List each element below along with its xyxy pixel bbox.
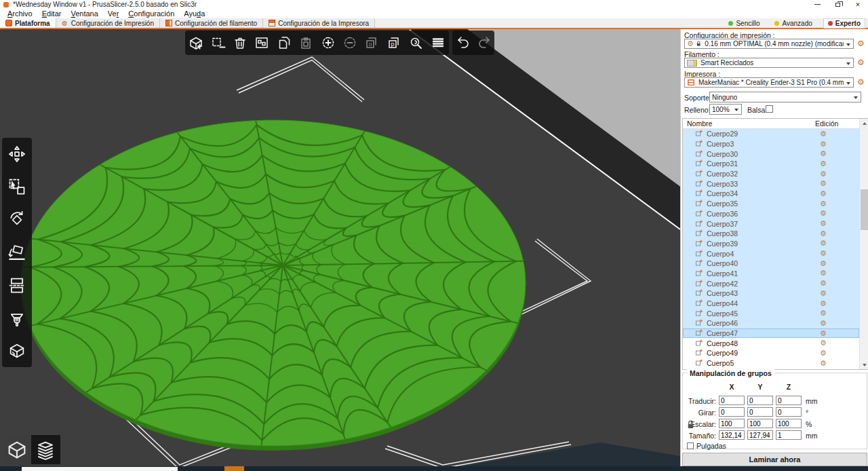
split-parts-button[interactable]: p <box>384 33 404 53</box>
print-settings-combo[interactable]: ⚙ 0.16 mm OPTIMAL (0.4 mm nozzle) (modif… <box>684 39 854 49</box>
menu-ver[interactable]: Ver <box>103 10 124 18</box>
undo-button[interactable] <box>453 33 473 53</box>
scroll-down-button[interactable] <box>860 360 868 369</box>
object-settings-gear-icon[interactable]: ⚙ <box>820 269 827 277</box>
filament-edit-button[interactable]: ⚙ <box>856 58 866 68</box>
redo-button[interactable] <box>474 33 494 53</box>
mode-avanzado[interactable]: Avanzado <box>770 19 816 28</box>
object-settings-gear-icon[interactable]: ⚙ <box>820 250 827 257</box>
object-row-cuerpo4[interactable]: Cuerpo4⚙ <box>683 248 859 259</box>
cut-button[interactable] <box>7 275 27 295</box>
supports-combo[interactable]: Ninguno <box>709 92 861 102</box>
object-settings-gear-icon[interactable]: ⚙ <box>820 190 827 197</box>
object-settings-gear-icon[interactable]: ⚙ <box>820 150 827 157</box>
restore-button[interactable] <box>827 0 848 9</box>
move-button[interactable] <box>7 144 27 164</box>
rotate-y-input[interactable] <box>747 407 773 417</box>
tab-configuracion-de-impresion[interactable]: ⚙Configuración de Impresión <box>56 18 160 28</box>
rotate-z-input[interactable] <box>776 407 802 417</box>
variable-layer-height-button[interactable] <box>428 33 448 53</box>
print-settings-edit-button[interactable]: ⚙ <box>856 39 866 49</box>
object-row-cuerpo32[interactable]: Cuerpo32⚙ <box>683 169 859 179</box>
delete-all-button[interactable] <box>230 33 250 53</box>
printer-combo[interactable]: MakerManiac * Creality Ender-3 S1 Pro (0… <box>684 77 854 88</box>
menu-editar[interactable]: Editar <box>37 10 66 18</box>
scale-x-input[interactable] <box>719 419 745 428</box>
close-button[interactable]: ✕ <box>848 0 868 9</box>
paint-supports-button[interactable] <box>7 308 27 328</box>
remove-instance-button[interactable] <box>340 33 360 53</box>
object-settings-gear-icon[interactable]: ⚙ <box>820 230 827 238</box>
copy-button[interactable] <box>274 33 294 53</box>
add-instance-button[interactable] <box>318 33 338 53</box>
size-z-input[interactable] <box>776 430 802 440</box>
object-row-cuerpo42[interactable]: Cuerpo42⚙ <box>683 278 859 288</box>
slice-now-button[interactable]: Laminar ahora <box>682 453 867 466</box>
object-settings-gear-icon[interactable]: ⚙ <box>820 160 827 168</box>
scale-button[interactable] <box>7 176 27 197</box>
scene-canvas[interactable] <box>0 29 680 471</box>
mode-experto[interactable]: Experto <box>823 18 865 29</box>
translate-z-input[interactable] <box>776 396 802 405</box>
object-settings-gear-icon[interactable]: ⚙ <box>820 350 827 357</box>
tab-configuracion-de-la-impresora[interactable]: Configuración de la Impresora <box>263 18 375 28</box>
object-settings-gear-icon[interactable]: ⚙ <box>820 360 827 367</box>
paste-button[interactable] <box>296 33 316 53</box>
seam-button[interactable] <box>7 341 27 361</box>
size-x-input[interactable] <box>719 430 745 440</box>
rotate-x-input[interactable] <box>719 407 745 417</box>
translate-y-input[interactable] <box>747 396 773 405</box>
scale-y-input[interactable] <box>747 419 773 428</box>
scale-z-input[interactable] <box>776 419 802 428</box>
delete-button[interactable] <box>208 33 229 53</box>
minimize-button[interactable] <box>807 0 827 9</box>
filament-combo[interactable]: Smart Reciclados <box>684 58 854 68</box>
scroll-up-button[interactable] <box>860 119 868 128</box>
view-preview-button[interactable] <box>31 435 60 464</box>
object-settings-gear-icon[interactable]: ⚙ <box>820 200 827 208</box>
uniform-scale-lock-icon[interactable] <box>686 419 695 430</box>
object-row-cuerpo3[interactable]: Cuerpo3⚙ <box>683 139 859 149</box>
object-list-scrollbar[interactable] <box>859 119 868 369</box>
object-row-cuerpo45[interactable]: Cuerpo45⚙ <box>683 308 859 318</box>
object-row-cuerpo34[interactable]: Cuerpo34⚙ <box>683 189 859 199</box>
split-objects-button[interactable]: o <box>361 33 382 53</box>
object-settings-gear-icon[interactable]: ⚙ <box>820 309 827 317</box>
object-row-cuerpo41[interactable]: Cuerpo41⚙ <box>683 269 859 279</box>
viewport-3d[interactable]: op <box>0 29 680 471</box>
object-settings-gear-icon[interactable]: ⚙ <box>820 210 827 217</box>
object-row-cuerpo39[interactable]: Cuerpo39⚙ <box>683 239 859 249</box>
object-row-cuerpo5[interactable]: Cuerpo5⚙ <box>683 358 859 369</box>
arrange-button[interactable] <box>252 33 272 53</box>
object-settings-gear-icon[interactable]: ⚙ <box>820 180 827 187</box>
object-row-cuerpo48[interactable]: Cuerpo48⚙ <box>683 338 859 348</box>
mode-sencillo[interactable]: Sencillo <box>724 19 764 28</box>
search-button[interactable] <box>406 33 426 53</box>
tab-plataforma[interactable]: Plataforma <box>0 18 56 28</box>
object-row-cuerpo33[interactable]: Cuerpo33⚙ <box>683 178 859 189</box>
menu-archivo[interactable]: Archivo <box>3 10 37 18</box>
object-row-cuerpo46[interactable]: Cuerpo46⚙ <box>683 318 859 328</box>
translate-x-input[interactable] <box>719 396 745 405</box>
scrollbar-thumb[interactable] <box>861 189 868 230</box>
object-row-cuerpo35[interactable]: Cuerpo35⚙ <box>683 199 859 209</box>
object-settings-gear-icon[interactable]: ⚙ <box>820 260 827 267</box>
object-row-cuerpo47[interactable]: Cuerpo47⚙ <box>683 328 859 339</box>
menu-ventana[interactable]: Ventana <box>66 10 102 18</box>
object-row-cuerpo31[interactable]: Cuerpo31⚙ <box>683 159 859 169</box>
object-row-cuerpo38[interactable]: Cuerpo38⚙ <box>683 229 859 239</box>
menu-configuracion[interactable]: Configuración <box>123 10 179 18</box>
object-row-cuerpo30[interactable]: Cuerpo30⚙ <box>683 149 859 159</box>
inches-checkbox[interactable] <box>687 442 694 449</box>
object-settings-gear-icon[interactable]: ⚙ <box>820 130 827 138</box>
object-row-cuerpo29[interactable]: Cuerpo29⚙ <box>683 129 859 139</box>
object-settings-gear-icon[interactable]: ⚙ <box>820 320 827 327</box>
model-spiderweb-disk[interactable] <box>21 120 526 451</box>
object-settings-gear-icon[interactable]: ⚙ <box>820 170 827 178</box>
rotate-button[interactable] <box>7 210 27 230</box>
object-row-cuerpo49[interactable]: Cuerpo49⚙ <box>683 348 859 358</box>
place-on-face-button[interactable] <box>7 242 27 263</box>
object-row-cuerpo36[interactable]: Cuerpo36⚙ <box>683 209 859 219</box>
object-row-cuerpo37[interactable]: Cuerpo37⚙ <box>683 219 859 229</box>
view-editor-3d-button[interactable] <box>3 435 31 464</box>
